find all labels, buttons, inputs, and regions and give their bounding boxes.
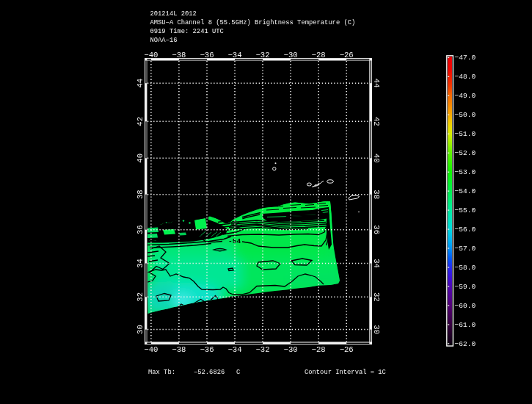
svg-text:−60.0: −60.0 (455, 302, 476, 310)
svg-text:34: 34 (372, 259, 381, 268)
svg-text:201214L 2012: 201214L 2012 (150, 10, 197, 18)
svg-text:36: 36 (372, 225, 381, 234)
svg-text:−52.0: −52.0 (455, 149, 476, 157)
svg-text:36: 36 (136, 225, 145, 234)
svg-text:42: 42 (372, 117, 381, 126)
svg-text:−36: −36 (200, 345, 214, 354)
svg-text:42: 42 (136, 117, 145, 126)
svg-text:−62.0: −62.0 (455, 340, 476, 348)
svg-text:−56.0: −56.0 (455, 226, 476, 234)
svg-text:−32: −32 (255, 51, 269, 59)
svg-text:−30: −30 (284, 51, 298, 59)
svg-text:−51.0: −51.0 (455, 130, 476, 138)
svg-text:−48.0: −48.0 (455, 73, 476, 81)
svg-text:−26: −26 (340, 345, 354, 354)
svg-text:38: 38 (136, 190, 145, 199)
svg-text:−38: −38 (172, 345, 186, 354)
svg-text:−26: −26 (340, 51, 354, 59)
svg-text:30: 30 (372, 325, 381, 334)
svg-text:−57.0: −57.0 (455, 245, 476, 253)
svg-text:−34: −34 (227, 51, 241, 59)
svg-text:32: 32 (136, 292, 145, 302)
svg-text:30: 30 (136, 325, 145, 334)
svg-text:−40: −40 (144, 51, 158, 59)
svg-text:−55.0: −55.0 (455, 206, 476, 214)
svg-text:−50.0: −50.0 (455, 111, 476, 119)
svg-text:−47.0: −47.0 (455, 54, 476, 62)
svg-text:−54.0: −54.0 (455, 187, 476, 195)
svg-text:NOAA−16: NOAA−16 (150, 37, 178, 44)
svg-text:−53.0: −53.0 (455, 168, 476, 176)
svg-text:−58.0: −58.0 (455, 264, 476, 272)
svg-text:−32: −32 (255, 345, 269, 354)
svg-text:38: 38 (372, 190, 381, 199)
svg-text:40: 40 (136, 154, 145, 163)
svg-text:−28: −28 (312, 51, 326, 59)
svg-text:−30: −30 (284, 345, 298, 354)
svg-text:Contour Interval = 1C: Contour Interval = 1C (305, 369, 386, 376)
svg-text:−59.0: −59.0 (455, 283, 476, 291)
svg-text:−36: −36 (200, 51, 214, 59)
svg-text:AMSU−A Channel 8 (55.5GHz) Bri: AMSU−A Channel 8 (55.5GHz) Brightness Te… (150, 19, 356, 26)
svg-text:34: 34 (136, 259, 145, 268)
svg-text:44: 44 (136, 79, 145, 88)
svg-text:−34: −34 (227, 345, 241, 354)
svg-text:44: 44 (372, 79, 381, 88)
svg-text:-54: -54 (228, 237, 241, 245)
svg-text:0919 Time: 2241 UTC: 0919 Time: 2241 UTC (150, 28, 224, 35)
svg-text:−38: −38 (172, 51, 186, 59)
svg-text:Max Tb:: Max Tb: (148, 369, 175, 376)
svg-text:−52.6826: −52.6826 (194, 369, 225, 376)
svg-text:−61.0: −61.0 (455, 321, 476, 329)
svg-text:32: 32 (372, 292, 381, 302)
svg-text:C: C (236, 369, 240, 376)
svg-text:40: 40 (372, 154, 381, 163)
svg-text:−40: −40 (144, 345, 158, 354)
svg-text:−28: −28 (312, 345, 326, 354)
svg-text:−49.0: −49.0 (455, 92, 476, 100)
